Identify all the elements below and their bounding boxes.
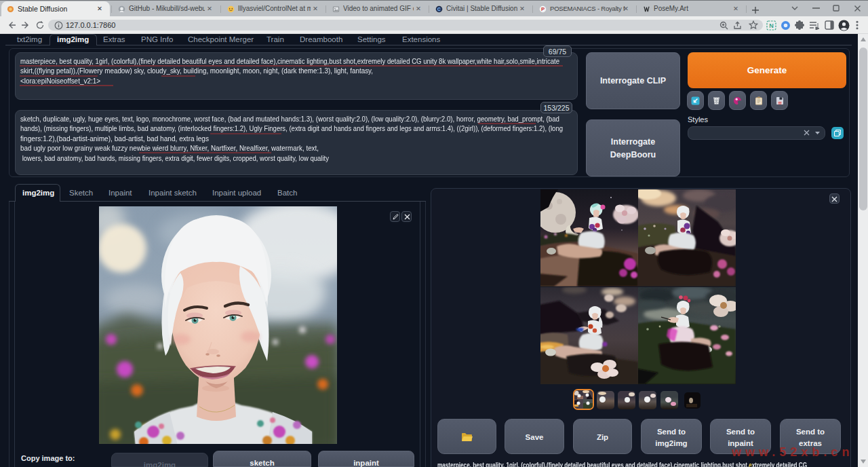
svg-text:P: P: [541, 6, 545, 12]
svg-text:N: N: [769, 22, 774, 29]
